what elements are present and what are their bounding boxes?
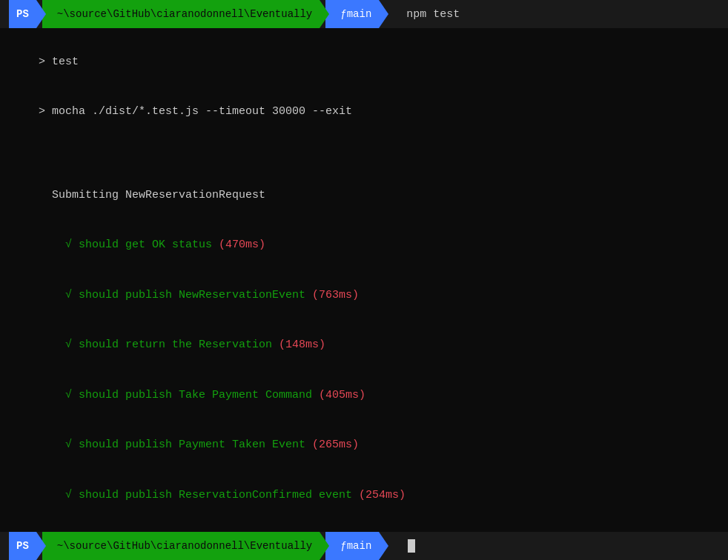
bottom-path-label: ~\source\GitHub\ciaranodonnell\Eventuall… [42,532,320,560]
blank-1 [12,137,716,154]
bottom-branch-label: ƒmain [325,532,379,560]
cursor-block [408,539,415,553]
prompt-line-1: > test [12,37,716,87]
test-line-2: √ should publish NewReservationEvent (76… [12,270,716,321]
test-line-1: √ should get OK status (470ms) [12,221,716,271]
blank-2 [12,154,716,171]
test-line-3: √ should return the Reservation (148ms) [12,321,716,371]
command-text: npm test [400,8,460,21]
branch-label: ƒmain [325,0,379,28]
test-line-6: √ should publish ReservationConfirmed ev… [12,470,716,521]
section-title: Submitting NewReservationRequest [12,170,716,221]
ps-label: PS [9,0,36,28]
test-line-4: √ should publish Take Payment Command (4… [12,370,716,421]
prompt-line-2: > mocha ./dist/*.test.js --timeout 30000… [12,87,716,138]
path-label: ~\source\GitHub\ciaranodonnell\Eventuall… [42,0,320,28]
titlebar: PS ~\source\GitHub\ciaranodonnell\Eventu… [0,0,728,28]
test-line-5: √ should publish Payment Taken Event (26… [12,421,716,471]
bottom-ps-label: PS [9,532,36,560]
test-fail-line: 1) should return the Reservation as Stat… [12,521,716,533]
bottom-bar: PS ~\source\GitHub\ciaranodonnell\Eventu… [0,532,728,560]
terminal-body: > test > mocha ./dist/*.test.js --timeou… [0,28,728,532]
bottom-cursor-area [400,539,414,553]
